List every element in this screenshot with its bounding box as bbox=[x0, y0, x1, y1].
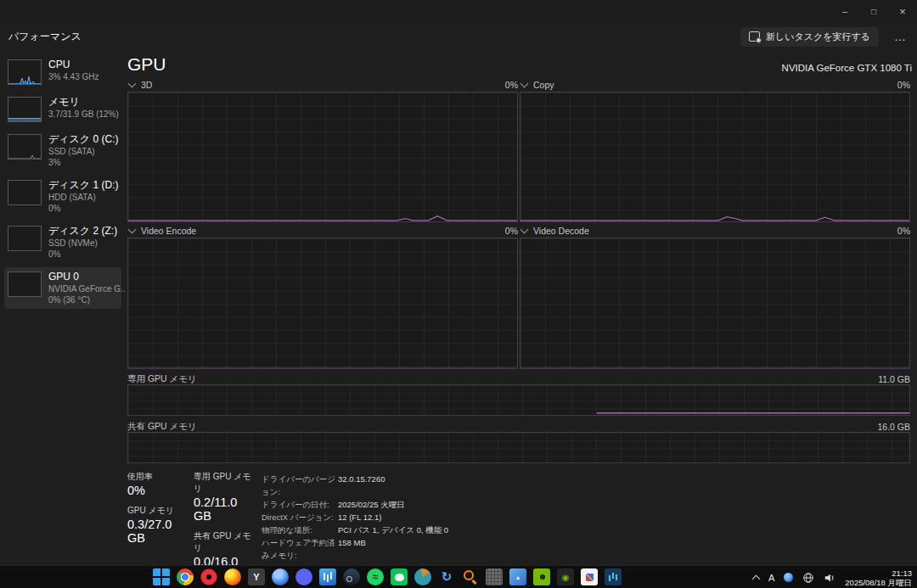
network-icon[interactable] bbox=[802, 572, 814, 584]
opera-icon[interactable] bbox=[200, 568, 217, 585]
spotify-icon[interactable]: ≈ bbox=[367, 568, 384, 585]
chart-header-dedicated-memory: 専用 GPU メモリ 11.0 GB bbox=[127, 372, 910, 385]
chevron-down-icon[interactable] bbox=[128, 79, 137, 87]
chevron-down-icon[interactable] bbox=[520, 79, 529, 87]
line-icon[interactable] bbox=[391, 568, 408, 585]
photos-app-icon[interactable]: ▴ bbox=[509, 568, 526, 585]
chart-shared-memory bbox=[127, 432, 910, 463]
sidebar-item-disk1[interactable]: ディスク 1 (D:) HDD (SATA) 0% bbox=[4, 176, 121, 217]
chevron-down-icon[interactable] bbox=[128, 225, 137, 233]
taskbar-clock[interactable]: 21:13 2025/08/18 月曜日 bbox=[845, 568, 912, 587]
driver-date-row: ドライバーの日付: 2025/02/25 火曜日 bbox=[262, 498, 448, 511]
clock-time: 21:13 bbox=[845, 568, 912, 578]
sidebar-item-disk2[interactable]: ディスク 2 (Z:) SSD (NVMe) 0% bbox=[4, 221, 121, 263]
maximize-button[interactable]: □ bbox=[859, 0, 888, 22]
chart-header-copy: Copy 0% bbox=[520, 78, 910, 91]
globe-game-icon[interactable] bbox=[414, 568, 431, 585]
sidebar-disk2-sub2: 0% bbox=[48, 249, 117, 260]
sidebar-item-disk0[interactable]: ディスク 0 (C:) SSD (SATA) 3% bbox=[4, 130, 121, 171]
firefox-icon[interactable] bbox=[224, 568, 241, 585]
nvidia-eye-icon[interactable]: ◉ bbox=[557, 568, 574, 585]
tray-overflow-chevron-icon[interactable] bbox=[752, 574, 761, 583]
sync-app-icon[interactable]: ↻ bbox=[438, 568, 455, 585]
close-button[interactable]: × bbox=[888, 0, 917, 22]
run-new-task-icon bbox=[749, 31, 760, 42]
driver-info-list: ドライバーのバージョン: 32.0.15.7260 ドライバーの日付: 2025… bbox=[262, 473, 448, 562]
sidebar-gpu0-sub2: 0% (36 °C) bbox=[48, 294, 118, 305]
chart-label-copy: Copy bbox=[533, 80, 554, 90]
utilization-value: 0% bbox=[127, 484, 190, 497]
task-manager-window: – □ × パフォーマンス 新しいタスクを実行する … CPU 3% 4.43 … bbox=[0, 0, 917, 588]
report-app-icon[interactable] bbox=[581, 568, 598, 585]
sidebar-item-memory[interactable]: メモリ 3.7/31.9 GB (12%) bbox=[4, 92, 121, 126]
sidebar-cpu-sub: 3% 4.43 GHz bbox=[48, 71, 98, 82]
discord-icon[interactable] bbox=[295, 568, 312, 585]
chart-dedicated-memory bbox=[127, 384, 910, 416]
minimize-button[interactable]: – bbox=[830, 0, 859, 22]
sidebar-gpu0-sub1: NVIDIA GeForce G... bbox=[48, 283, 118, 294]
physical-location-label: 物理的な場所: bbox=[262, 524, 338, 536]
dedicated-memory-max: 11.0 GB bbox=[878, 374, 910, 384]
disk2-mini-chart bbox=[8, 226, 42, 251]
search-app-icon[interactable] bbox=[462, 568, 479, 585]
tray-app-icon[interactable] bbox=[784, 573, 793, 582]
gpu-stats-section: 使用率 0% GPU メモリ 0.3/27.0 GB 専用 GPU メモリ 0.… bbox=[127, 471, 917, 565]
chart-video-encode bbox=[127, 238, 518, 369]
shared-memory-max: 16.0 GB bbox=[877, 422, 910, 432]
physical-location-row: 物理的な場所: PCI バス 1, デバイス 0, 機能 0 bbox=[262, 524, 448, 536]
shared-memory-label: 共有 GPU メモリ bbox=[127, 421, 197, 433]
shared-usage-label: 共有 GPU メモリ bbox=[194, 530, 258, 554]
geforce-icon[interactable] bbox=[533, 568, 550, 585]
title-bar: – □ × bbox=[0, 0, 917, 24]
disk1-mini-chart bbox=[8, 180, 42, 205]
driver-version-value: 32.0.15.7260 bbox=[338, 473, 385, 498]
sidebar-cpu-title: CPU bbox=[48, 59, 98, 71]
driver-date-value: 2025/02/25 火曜日 bbox=[338, 498, 405, 511]
gpu0-mini-chart bbox=[8, 272, 42, 297]
gpu-memory-label: GPU メモリ bbox=[127, 505, 190, 517]
hw-reserved-memory-label: ハードウェア予約済みメモリ: bbox=[262, 536, 338, 562]
funnel-app-icon[interactable]: Y bbox=[248, 568, 265, 585]
sidebar-memory-sub: 3.7/31.9 GB (12%) bbox=[48, 109, 118, 120]
utilization-label: 使用率 bbox=[127, 471, 190, 483]
volume-icon[interactable] bbox=[824, 572, 835, 584]
ime-indicator[interactable]: A bbox=[768, 573, 774, 583]
gpu-page-title: GPU bbox=[127, 54, 166, 75]
chart-header-video-decode: Video Decode 0% bbox=[520, 224, 910, 237]
disk0-mini-chart bbox=[8, 134, 42, 160]
chart-copy bbox=[520, 92, 910, 222]
run-new-task-button[interactable]: 新しいタスクを実行する bbox=[740, 27, 879, 47]
task-manager-icon[interactable] bbox=[319, 568, 336, 585]
directx-version-label: DirectX バージョン: bbox=[262, 511, 338, 524]
clock-date: 2025/08/18 月曜日 bbox=[845, 578, 912, 587]
sidebar-item-gpu0[interactable]: GPU 0 NVIDIA GeForce G... 0% (36 °C) bbox=[4, 267, 121, 309]
sidebar-disk2-sub1: SSD (NVMe) bbox=[48, 238, 117, 249]
driver-version-row: ドライバーのバージョン: 32.0.15.7260 bbox=[262, 473, 448, 498]
chevron-down-icon[interactable] bbox=[520, 225, 529, 233]
chrome-icon[interactable] bbox=[177, 568, 194, 585]
hw-reserved-memory-value: 158 MB bbox=[338, 536, 366, 562]
sidebar-item-cpu[interactable]: CPU 3% 4.43 GHz bbox=[4, 55, 121, 88]
chart-header-3d: 3D 0% bbox=[127, 78, 518, 91]
windows-start-icon[interactable] bbox=[153, 568, 170, 585]
sidebar-disk1-sub1: HDD (SATA) bbox=[48, 192, 118, 203]
directx-version-value: 12 (FL 12.1) bbox=[338, 511, 381, 524]
more-options-button[interactable]: … bbox=[891, 30, 910, 43]
blue-orb-app-icon[interactable] bbox=[272, 568, 289, 585]
driver-date-label: ドライバーの日付: bbox=[262, 498, 338, 511]
gpu-detail-pane: GPU NVIDIA GeForce GTX 1080 Ti 3D 0% Cop… bbox=[126, 49, 917, 565]
run-new-task-label: 新しいタスクを実行する bbox=[766, 31, 870, 43]
sidebar-disk1-sub2: 0% bbox=[48, 203, 118, 214]
monitor-chart-app-icon[interactable] bbox=[605, 568, 622, 585]
page-header-title: パフォーマンス bbox=[8, 30, 82, 44]
keyboard-app-icon[interactable] bbox=[486, 568, 503, 585]
sidebar-disk1-title: ディスク 1 (D:) bbox=[48, 179, 118, 192]
performance-sidebar: CPU 3% 4.43 GHz メモリ 3.7/31.9 GB (12%) bbox=[0, 49, 126, 565]
dedicated-usage-value: 0.2/11.0 GB bbox=[194, 496, 258, 523]
sidebar-gpu0-title: GPU 0 bbox=[48, 271, 118, 283]
chart-label-3d: 3D bbox=[141, 80, 152, 90]
sidebar-disk0-sub2: 3% bbox=[48, 157, 118, 168]
sidebar-disk0-title: ディスク 0 (C:) bbox=[48, 133, 118, 146]
steam-icon[interactable] bbox=[343, 568, 360, 585]
chart-value-3d: 0% bbox=[505, 80, 518, 90]
